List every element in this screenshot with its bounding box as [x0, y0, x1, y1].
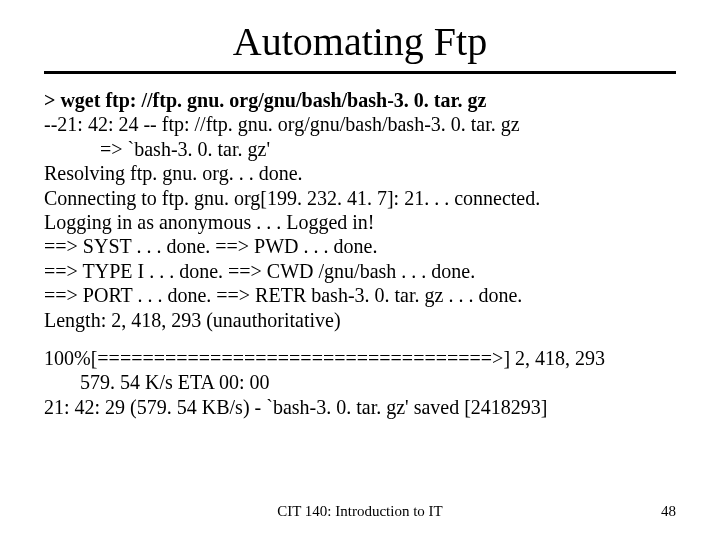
- output-line: Resolving ftp. gnu. org. . . done.: [44, 161, 676, 185]
- footer-course: CIT 140: Introduction to IT: [0, 503, 720, 520]
- slide-body: > wget ftp: //ftp. gnu. org/gnu/bash/bas…: [44, 88, 676, 419]
- title-rule: [44, 71, 676, 74]
- progress-line: 100%[===================================…: [44, 346, 676, 370]
- command-line: > wget ftp: //ftp. gnu. org/gnu/bash/bas…: [44, 88, 676, 112]
- output-line: ==> PORT . . . done. ==> RETR bash-3. 0.…: [44, 283, 676, 307]
- output-line: --21: 42: 24 -- ftp: //ftp. gnu. org/gnu…: [44, 112, 676, 136]
- footer-page-number: 48: [661, 503, 676, 520]
- output-line: Connecting to ftp. gnu. org[199. 232. 41…: [44, 186, 676, 210]
- output-line: Logging in as anonymous . . . Logged in!: [44, 210, 676, 234]
- output-line: Length: 2, 418, 293 (unauthoritative): [44, 308, 676, 332]
- output-line: => `bash-3. 0. tar. gz': [44, 137, 676, 161]
- slide-title: Automating Ftp: [44, 18, 676, 65]
- output-line: ==> TYPE I . . . done. ==> CWD /gnu/bash…: [44, 259, 676, 283]
- slide: Automating Ftp > wget ftp: //ftp. gnu. o…: [0, 0, 720, 540]
- progress-line: 579. 54 K/s ETA 00: 00: [44, 370, 676, 394]
- progress-block: 100%[===================================…: [44, 346, 676, 395]
- final-line: 21: 42: 29 (579. 54 KB/s) - `bash-3. 0. …: [44, 395, 676, 419]
- output-line: ==> SYST . . . done. ==> PWD . . . done.: [44, 234, 676, 258]
- slide-footer: CIT 140: Introduction to IT 48: [0, 503, 720, 520]
